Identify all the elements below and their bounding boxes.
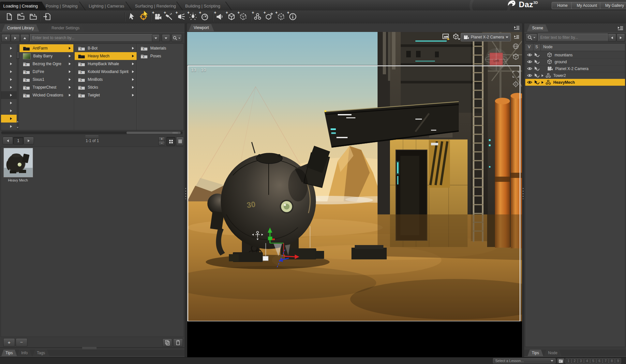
add-group-icon[interactable] bbox=[254, 13, 262, 21]
scene-node-heavymech-selected[interactable]: HeavyMech bbox=[525, 79, 625, 86]
tab-scene[interactable]: Scene bbox=[527, 24, 548, 32]
selectable-icon[interactable] bbox=[534, 59, 540, 64]
root-folder-row[interactable] bbox=[1, 52, 18, 60]
nav-up-button[interactable] bbox=[20, 34, 29, 42]
selectable-icon[interactable] bbox=[534, 52, 540, 57]
add-spotlight-icon[interactable] bbox=[166, 13, 174, 21]
add-camera-icon[interactable] bbox=[154, 13, 162, 21]
root-folder-row-highlighted[interactable] bbox=[1, 91, 18, 99]
my-gallery-button[interactable]: My Gallery bbox=[600, 2, 626, 9]
tab-render-settings[interactable]: Render Settings bbox=[46, 24, 85, 32]
search-go-button[interactable] bbox=[171, 34, 182, 42]
tab-surfacing-rendering[interactable]: Surfacing | Rendering bbox=[135, 2, 176, 10]
col-selectability[interactable]: S bbox=[535, 45, 538, 49]
add-cube-icon[interactable] bbox=[228, 13, 236, 21]
drawstyle-icon[interactable] bbox=[442, 33, 451, 40]
remove-category-button[interactable]: − bbox=[16, 338, 27, 347]
add-proxy-icon[interactable] bbox=[277, 13, 286, 21]
frame-view-icon[interactable] bbox=[513, 71, 520, 78]
nav-forward-button[interactable] bbox=[11, 34, 20, 42]
folder-row-poses[interactable]: Poses bbox=[137, 52, 184, 60]
search-input[interactable] bbox=[30, 34, 154, 41]
viewport-menu-icon[interactable] bbox=[514, 35, 519, 39]
scroll-up-button[interactable] bbox=[16, 120, 19, 123]
rotate-view-icon[interactable] bbox=[513, 53, 520, 61]
folder-row-heavy-mech[interactable]: Heavy Mech bbox=[75, 52, 137, 60]
eye-icon[interactable] bbox=[527, 66, 532, 71]
root-folder-row[interactable] bbox=[1, 68, 18, 76]
root-folder-row[interactable] bbox=[1, 60, 18, 68]
lesson-step-button[interactable]: 7 bbox=[603, 358, 609, 364]
tab-tags[interactable]: Tags bbox=[33, 350, 49, 356]
nav-back-button[interactable] bbox=[1, 34, 10, 42]
add-distant-light-icon[interactable] bbox=[177, 13, 186, 21]
add-category-button[interactable]: + bbox=[3, 338, 15, 347]
scene-node-tower2[interactable]: Tower2 bbox=[525, 72, 625, 79]
lesson-step-button[interactable]: 4 bbox=[584, 358, 590, 364]
folder-row-sticks[interactable]: Sticks bbox=[75, 83, 137, 91]
scene-filter-input[interactable] bbox=[538, 34, 608, 41]
root-folder-row[interactable] bbox=[1, 99, 18, 107]
asset-thumbnail-heavy-mech[interactable] bbox=[4, 148, 33, 177]
tab-viewport[interactable]: Viewport bbox=[188, 24, 214, 31]
folder-row-sixus1[interactable]: Sixus1 bbox=[20, 76, 73, 83]
filter-type-button[interactable] bbox=[526, 34, 537, 42]
folder-row-humpback-whale[interactable]: HumpBack Whale bbox=[75, 60, 137, 68]
new-file-icon[interactable] bbox=[5, 13, 14, 21]
save-file-icon[interactable] bbox=[29, 13, 38, 21]
tab-building-scripting[interactable]: Building | Scripting bbox=[185, 2, 220, 10]
selectable-icon[interactable] bbox=[534, 73, 540, 78]
browser-hscrollbar[interactable] bbox=[1, 131, 183, 134]
lesson-selector-dropdown[interactable]: Select a Lesson... bbox=[493, 358, 556, 363]
viewport-canvas[interactable]: 30 bbox=[187, 32, 522, 357]
selectable-icon[interactable] bbox=[534, 66, 540, 71]
lesson-step-button[interactable]: 3 bbox=[578, 358, 584, 364]
folder-row-materials[interactable]: Materials bbox=[137, 44, 184, 52]
view-cube-gizmo[interactable]: Left bbox=[485, 48, 507, 70]
thumb-size-decrease-button[interactable]: − bbox=[158, 141, 165, 146]
search-history-dropdown-button[interactable] bbox=[152, 34, 160, 42]
scene-node-mountians[interactable]: mountians bbox=[525, 51, 625, 59]
my-account-button[interactable]: My Account bbox=[571, 2, 603, 9]
universal-tool-icon[interactable] bbox=[128, 13, 137, 21]
lesson-step-button[interactable]: 6 bbox=[596, 358, 603, 364]
pane-splitter-grip[interactable] bbox=[82, 347, 97, 349]
folder-row-b-bot[interactable]: B-Bot bbox=[75, 44, 137, 52]
eye-icon[interactable] bbox=[527, 59, 532, 64]
selectable-icon[interactable] bbox=[534, 80, 540, 85]
root-folder-row[interactable] bbox=[1, 83, 18, 91]
filter-next-button[interactable] bbox=[617, 34, 625, 42]
lesson-step-button[interactable]: 5 bbox=[590, 358, 596, 364]
col-node[interactable]: Node bbox=[543, 45, 553, 49]
tab-node[interactable]: Node bbox=[544, 350, 562, 356]
list-view-button[interactable] bbox=[176, 137, 184, 146]
add-speaker-icon[interactable] bbox=[216, 13, 224, 21]
pane-menu-icon[interactable] bbox=[618, 25, 623, 30]
orbit-view-icon[interactable] bbox=[513, 43, 520, 50]
aim-view-icon[interactable] bbox=[513, 81, 520, 88]
paste-content-button[interactable] bbox=[173, 339, 183, 347]
root-folder-row[interactable] bbox=[1, 76, 18, 83]
tab-tips[interactable]: Tips bbox=[1, 350, 17, 356]
tab-lighting-cameras[interactable]: Lighting | Cameras bbox=[89, 2, 124, 10]
tab-posing-shaping[interactable]: Posing | Shaping bbox=[46, 2, 78, 10]
filter-prev-button[interactable] bbox=[608, 34, 616, 42]
folder-row-dzfire[interactable]: DzFire bbox=[20, 68, 73, 76]
folder-row-baby-barry[interactable]: Baby Barry bbox=[20, 52, 73, 60]
eye-icon[interactable] bbox=[527, 80, 532, 85]
folder-row-antfarm[interactable]: AntFarm bbox=[20, 44, 73, 52]
left-panel-splitter[interactable] bbox=[185, 23, 187, 357]
search-options-dropdown-button[interactable] bbox=[162, 34, 170, 42]
eye-icon[interactable] bbox=[527, 73, 532, 78]
pane-menu-icon[interactable] bbox=[514, 25, 520, 30]
add-point-light-icon[interactable] bbox=[189, 13, 198, 21]
scene-node-ground[interactable]: ground bbox=[525, 58, 625, 66]
root-column-scrollbar-thumb[interactable] bbox=[16, 52, 20, 59]
add-instance-icon[interactable] bbox=[265, 13, 274, 21]
lesson-play-button[interactable] bbox=[557, 358, 565, 364]
home-button[interactable]: Home bbox=[552, 2, 573, 9]
scroll-down-button[interactable] bbox=[16, 126, 19, 129]
lesson-step-button[interactable]: 1 bbox=[565, 358, 572, 364]
grid-view-button[interactable] bbox=[166, 137, 175, 146]
folder-row-wicked-creations[interactable]: Wicked Creations bbox=[20, 91, 73, 99]
